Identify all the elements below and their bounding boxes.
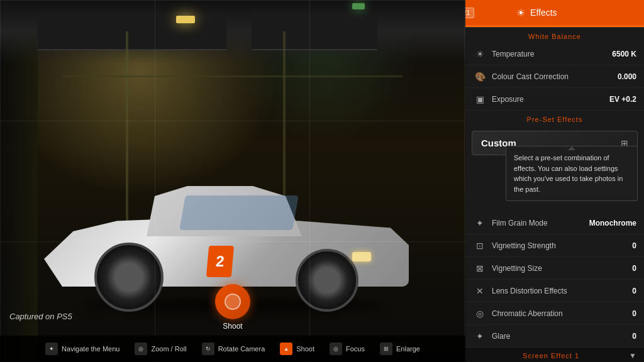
white-balance-header: White Balance [465, 28, 644, 43]
temperature-value: 6500 K [612, 50, 636, 58]
film-grain-mode-icon: ✦ [473, 216, 487, 230]
exposure-row[interactable]: ▣ Exposure EV +0.2 [465, 88, 644, 111]
enlarge-icon: ⊞ [380, 343, 392, 355]
race-number: 2 [206, 246, 234, 277]
exposure-value: EV +0.2 [609, 95, 636, 104]
shoot-circle-button[interactable] [215, 284, 250, 319]
screen-effect-title: Screen Effect 1 [473, 352, 629, 359]
vignetting-strength-icon: ⊡ [473, 239, 487, 253]
lens-distortion-icon: ✕ [473, 284, 487, 298]
nav-item-focus[interactable]: ◎ Focus [330, 343, 365, 355]
effects-tab-icon: ☀ [516, 7, 525, 19]
right-panel: White Balance ☀ Temperature 6500 K 🎨 Col… [465, 28, 644, 362]
ps5-text: Captured on PS5 [9, 312, 72, 321]
nav-item-zoom[interactable]: ◎ Zoom / Roll [135, 343, 186, 355]
ceiling-light-1 [176, 16, 195, 23]
film-grain-mode-label: Film Grain Mode [492, 219, 589, 228]
rotate-icon: ↻ [202, 343, 214, 355]
navigate-label: Navigate the Menu [62, 345, 119, 353]
chromatic-aberration-label: Chromatic Aberration [492, 309, 632, 318]
shoot-nav-label: Shoot [296, 345, 314, 353]
navigate-icon: ✦ [45, 343, 58, 355]
temperature-label: Temperature [492, 50, 612, 58]
bottom-navigation: ✦ Navigate the Menu ◎ Zoom / Roll ↻ Rota… [0, 336, 465, 362]
temperature-row[interactable]: ☀ Temperature 6500 K [465, 43, 644, 65]
tooltip-text: Select a pre-set combination of effects.… [514, 154, 623, 193]
wheel-front [296, 249, 358, 312]
shoot-button-area: Shoot [215, 284, 250, 331]
colour-cast-value: 0.000 [618, 72, 636, 81]
focus-icon: ◎ [330, 343, 342, 355]
film-grain-mode-row[interactable]: ✦ Film Grain Mode Monochrome [465, 212, 644, 234]
headlight [352, 252, 371, 261]
tooltip: Select a pre-set combination of effects.… [506, 146, 638, 201]
film-grain-mode-value: Monochrome [589, 219, 636, 228]
temperature-icon: ☀ [473, 47, 487, 61]
effects-rows-container: ✦ Film Grain Mode Monochrome ⊡ Vignettin… [465, 212, 644, 348]
ceiling-beam-1 [38, 13, 226, 50]
shoot-nav-icon: ▲ [280, 343, 292, 355]
vignetting-strength-value: 0 [632, 241, 636, 250]
ceiling-light-2 [352, 3, 365, 9]
chromatic-aberration-value: 0 [632, 309, 636, 318]
chromatic-aberration-row[interactable]: ◎ Chromatic Aberration 0 [465, 302, 644, 325]
enlarge-label: Enlarge [396, 345, 420, 353]
colour-cast-label: Colour Cast Correction [492, 72, 618, 81]
vignetting-size-icon: ⊠ [473, 261, 487, 275]
vignetting-strength-row[interactable]: ⊡ Vignetting Strength 0 [465, 234, 644, 257]
vignetting-size-label: Vignetting Size [492, 264, 632, 273]
lens-distortion-label: Lens Distortion Effects [492, 287, 632, 295]
nav-item-rotate[interactable]: ↻ Rotate Camera [202, 343, 265, 355]
nav-item-shoot[interactable]: ▲ Shoot [280, 343, 314, 355]
nav-item-enlarge[interactable]: ⊞ Enlarge [380, 343, 420, 355]
colour-cast-row[interactable]: 🎨 Colour Cast Correction 0.000 [465, 65, 644, 88]
car-silhouette: 2 [13, 111, 453, 312]
zoom-icon: ◎ [135, 343, 147, 355]
vignetting-size-row[interactable]: ⊠ Vignetting Size 0 [465, 257, 644, 280]
screen-effect-header[interactable]: Screen Effect 1 ▼ [465, 348, 644, 362]
exposure-icon: ▣ [473, 92, 487, 106]
bg-beam [63, 75, 402, 77]
rotate-label: Rotate Camera [218, 345, 265, 353]
colour-cast-icon: 🎨 [473, 70, 487, 84]
vignetting-strength-label: Vignetting Strength [492, 241, 632, 250]
windshield [179, 195, 299, 230]
glare-label: Glare [492, 332, 632, 341]
lens-distortion-value: 0 [632, 287, 636, 295]
ceiling [0, 0, 465, 63]
screen-effect-arrow: ▼ [629, 351, 636, 360]
photo-area: 2 Captured on PS5 Shoot ✦ Navigate the M… [0, 0, 465, 362]
focus-label: Focus [346, 345, 365, 353]
ceiling-beam-2 [252, 13, 377, 50]
chromatic-aberration-icon: ◎ [473, 307, 487, 321]
effects-tab-label: Effects [530, 8, 557, 18]
nav-item-navigate[interactable]: ✦ Navigate the Menu [45, 343, 119, 355]
wheel-rear [94, 243, 164, 312]
glare-icon: ✦ [473, 329, 487, 343]
vignetting-size-value: 0 [632, 264, 636, 273]
lens-distortion-row[interactable]: ✕ Lens Distortion Effects 0 [465, 280, 644, 302]
glare-value: 0 [632, 332, 636, 341]
preset-effects-header: Pre-Set Effects [465, 111, 644, 126]
shoot-label: Shoot [215, 322, 250, 331]
zoom-label: Zoom / Roll [151, 345, 186, 353]
glare-row[interactable]: ✦ Glare 0 [465, 325, 644, 348]
exposure-label: Exposure [492, 95, 609, 104]
